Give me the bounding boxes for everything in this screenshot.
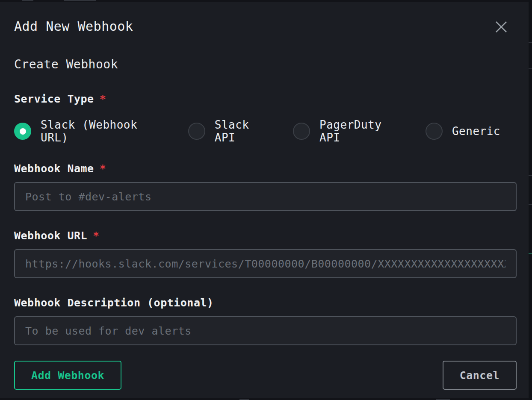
- background-page-edge: [64, 0, 96, 1]
- radio-label: Slack API: [215, 118, 277, 144]
- add-webhook-button[interactable]: Add Webhook: [14, 361, 121, 390]
- section-heading: Create Webhook: [14, 57, 517, 71]
- radio-label: Generic: [452, 125, 500, 138]
- modal-title: Add New Webhook: [14, 19, 133, 34]
- radio-pagerduty-api[interactable]: PagerDuty API: [293, 118, 409, 144]
- radio-unselected-icon[interactable]: [426, 123, 443, 140]
- background-page-edge: [22, 0, 33, 1]
- required-asterisk: *: [93, 229, 100, 242]
- radio-slack-api[interactable]: Slack API: [188, 118, 277, 144]
- webhook-url-input[interactable]: [14, 249, 517, 278]
- webhook-description-input[interactable]: [14, 316, 517, 345]
- modal-header: Add New Webhook: [14, 2, 517, 35]
- radio-generic[interactable]: Generic: [426, 123, 500, 140]
- required-asterisk: *: [100, 162, 106, 175]
- webhook-name-label: Webhook Name *: [14, 162, 517, 175]
- add-webhook-modal: Add New Webhook Create Webhook Service T…: [0, 2, 529, 398]
- cancel-button[interactable]: Cancel: [443, 361, 517, 390]
- radio-slack-webhook-url[interactable]: Slack (Webhook URL): [14, 118, 172, 144]
- radio-unselected-icon[interactable]: [188, 123, 205, 140]
- webhook-name-input[interactable]: [14, 182, 517, 211]
- service-type-radio-group: Slack (Webhook URL) Slack API PagerDuty …: [14, 118, 517, 144]
- service-type-label: Service Type *: [14, 93, 517, 105]
- radio-selected-icon[interactable]: [14, 123, 31, 140]
- modal-footer: Add Webhook Cancel: [14, 361, 517, 390]
- close-button[interactable]: [494, 20, 509, 35]
- required-asterisk: *: [100, 93, 106, 105]
- background-page-edge: [529, 0, 532, 400]
- radio-label: Slack (Webhook URL): [41, 118, 172, 144]
- webhook-url-label: Webhook URL *: [14, 229, 517, 242]
- radio-unselected-icon[interactable]: [293, 123, 310, 140]
- webhook-description-label: Webhook Description (optional): [14, 297, 517, 309]
- radio-label: PagerDuty API: [319, 118, 409, 144]
- close-icon: [494, 20, 508, 35]
